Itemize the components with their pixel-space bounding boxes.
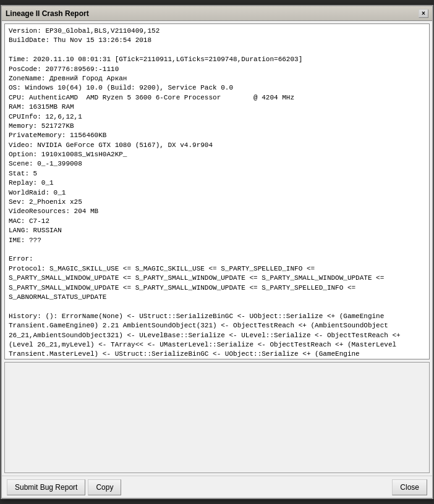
copy-button[interactable]: Copy	[88, 479, 121, 495]
content-area: Version: EP30_Global,BLS,V2110409,152 Bu…	[2, 21, 432, 476]
bottom-scroll[interactable]	[5, 363, 429, 472]
title-bar: Lineage II Crash Report ×	[2, 6, 432, 21]
window-title: Lineage II Crash Report	[6, 9, 89, 18]
bottom-area	[4, 362, 430, 473]
close-icon-button[interactable]: ×	[419, 9, 428, 18]
report-text: Version: EP30_Global,BLS,V2110409,152 Bu…	[9, 27, 425, 359]
close-button[interactable]: Close	[392, 479, 427, 495]
button-bar: Submit Bug Report Copy Close	[2, 476, 432, 498]
submit-bug-report-button[interactable]: Submit Bug Report	[7, 479, 85, 495]
crash-report-dialog: Lineage II Crash Report × Version: EP30_…	[1, 5, 433, 499]
report-scroll-area[interactable]: Version: EP30_Global,BLS,V2110409,152 Bu…	[4, 23, 430, 359]
